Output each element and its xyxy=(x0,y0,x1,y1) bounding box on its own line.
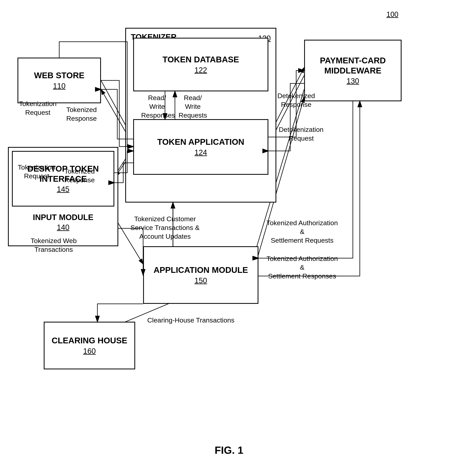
label-read-write-req: Read/WriteRequests xyxy=(177,93,209,120)
token-application-box: TOKEN APPLICATION 124 xyxy=(133,119,268,175)
label-tok-resp-1: TokenizedResponse xyxy=(60,105,103,123)
label-clearing-trans: Clearing-House Transactions xyxy=(143,316,238,324)
label-tok-req-1: TokenizationRequest xyxy=(16,99,60,117)
label-tok-cust-service: Tokenized CustomerService Transactions &… xyxy=(127,214,203,241)
token-database-title: TOKEN DATABASE xyxy=(162,55,239,65)
fig-caption: FIG. 1 xyxy=(215,444,243,456)
web-store-title: WEB STORE xyxy=(34,70,85,80)
application-module-ref: 150 xyxy=(194,276,207,285)
payment-card-ref: 130 xyxy=(346,77,359,85)
label-tok-resp-2: TokenizedResponse xyxy=(58,167,101,184)
application-module-box: APPLICATION MODULE 150 xyxy=(143,246,258,304)
label-tok-auth-req: Tokenized Authorization &Settlement Requ… xyxy=(264,218,340,245)
label-tok-web-trans: Tokenized Web Transactions xyxy=(16,236,91,254)
desktop-token-ref: 145 xyxy=(57,185,69,194)
diagram: 100 xyxy=(0,0,458,476)
token-application-title: TOKEN APPLICATION xyxy=(157,137,244,147)
application-module-title: APPLICATION MODULE xyxy=(153,265,248,275)
label-tok-req-2: TokenizationRequest xyxy=(15,163,58,180)
input-module-label: INPUT MODULE 140 xyxy=(8,212,118,232)
label-detok-req: DetokenizationRequest xyxy=(272,125,330,143)
label-read-write-resp: Read/WriteResponses xyxy=(141,93,173,120)
clearing-house-box: CLEARING HOUSE 160 xyxy=(44,322,135,369)
web-store-ref: 110 xyxy=(53,82,65,90)
clearing-house-title: CLEARING HOUSE xyxy=(52,336,127,346)
token-application-ref: 124 xyxy=(194,148,207,157)
token-database-ref: 122 xyxy=(194,66,207,75)
label-tok-auth-resp: Tokenized Authorization &Settlement Resp… xyxy=(264,254,340,280)
token-database-box: TOKEN DATABASE 122 xyxy=(133,38,268,91)
main-ref: 100 xyxy=(387,10,398,19)
web-store-box: WEB STORE 110 xyxy=(18,58,101,103)
payment-card-title: PAYMENT-CARD MIDDLEWARE xyxy=(305,56,401,76)
clearing-house-ref: 160 xyxy=(83,347,96,356)
label-detok-resp: DetokenizedResponse xyxy=(270,91,322,109)
